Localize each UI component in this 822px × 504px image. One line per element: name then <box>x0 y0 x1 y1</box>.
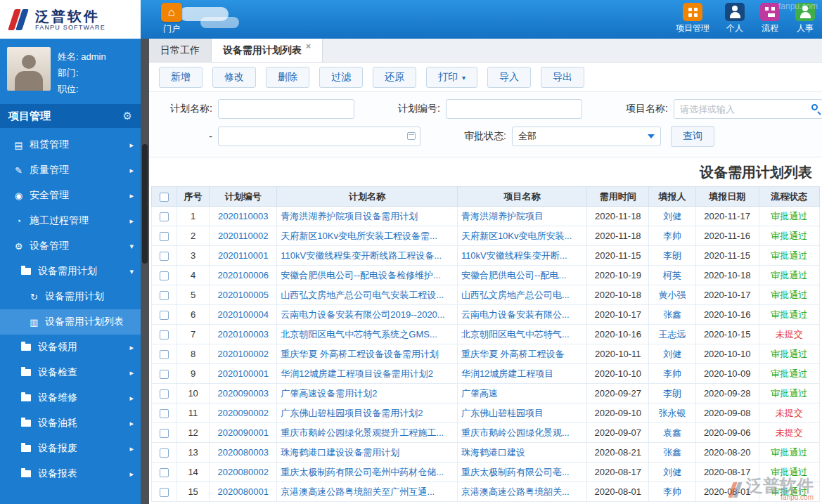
sidebar-item-安全管理[interactable]: ◉安全管理▸ <box>0 183 141 208</box>
query-button[interactable]: 查询 <box>671 126 714 147</box>
project-name-link[interactable]: 珠海鹤港口建设 <box>461 447 525 458</box>
row-checkbox[interactable] <box>160 330 169 340</box>
plan-name-link[interactable]: 重庆市鹅岭公园绿化景观提升工程施工... <box>281 427 444 438</box>
row-checkbox[interactable] <box>160 429 169 438</box>
plan-name-link[interactable]: 安徽合肥供电公司--配电设备检修维护... <box>281 270 441 280</box>
project-name-link[interactable]: 广东佛山碧桂园项目 <box>461 408 544 418</box>
reporter-link[interactable]: 刘健 <box>663 349 681 359</box>
reporter-link[interactable]: 李朗 <box>663 388 681 399</box>
project-name-input[interactable] <box>674 99 822 119</box>
project-name-link[interactable]: 青海洪湖养护院项目 <box>461 211 544 221</box>
sidebar-item-设备报废[interactable]: 设备报废▸ <box>0 436 141 461</box>
reporter-link[interactable]: 刘健 <box>663 467 681 477</box>
plan-no-link[interactable]: 2020100002 <box>218 349 269 359</box>
plan-no-link[interactable]: 2020090002 <box>218 408 269 418</box>
plan-no-link[interactable]: 2020100005 <box>218 290 269 300</box>
sidebar-item-租赁管理[interactable]: ▤租赁管理▸ <box>0 132 141 157</box>
approval-status-select[interactable]: 全部 <box>512 127 661 146</box>
project-name-link[interactable]: 重庆华夏 外高桥工程设备 <box>461 349 565 359</box>
header-nav-item[interactable]: 流程 <box>760 3 780 34</box>
project-name-link[interactable]: 天府新区10Kv变电所安装... <box>461 231 572 241</box>
还原-button[interactable]: 还原 <box>373 67 416 88</box>
reporter-link[interactable]: 张鑫 <box>663 447 681 458</box>
sidebar-item-设备领用[interactable]: 设备领用▸ <box>0 335 141 360</box>
reporter-link[interactable]: 柯英 <box>663 270 681 280</box>
plan-no-link[interactable]: 2020110002 <box>218 231 268 241</box>
column-header-流程状态[interactable]: 流程状态 <box>759 187 819 207</box>
row-checkbox[interactable] <box>160 212 169 221</box>
plan-name-link[interactable]: 110kV安徽线程集变开断线路工程设备... <box>281 250 442 261</box>
plan-no-link[interactable]: 2020100006 <box>218 270 269 280</box>
row-checkbox[interactable] <box>160 448 169 458</box>
sidebar-item-设备报表[interactable]: 设备报表▸ <box>0 461 141 486</box>
plan-no-link[interactable]: 2020100001 <box>218 368 269 379</box>
column-header-序号[interactable]: 序号 <box>177 187 210 207</box>
row-checkbox[interactable] <box>160 350 169 359</box>
reporter-link[interactable]: 李帅 <box>663 368 681 379</box>
reporter-link[interactable]: 李帅 <box>663 231 681 241</box>
sidebar-item-设备维修[interactable]: 设备维修▸ <box>0 385 141 411</box>
gear-icon[interactable]: ⚙ <box>123 110 132 122</box>
project-name-link[interactable]: 北京朝阳区电气中芯特气... <box>461 329 570 340</box>
sidebar-item-质量管理[interactable]: ✎质量管理▸ <box>0 157 141 183</box>
plan-name-link[interactable]: 重庆华夏 外高桥工程设备设备需用计划 <box>281 349 439 359</box>
plan-no-link[interactable]: 2020090003 <box>218 388 269 399</box>
row-checkbox[interactable] <box>160 271 169 280</box>
column-header-填报日期[interactable]: 填报日期 <box>695 187 759 207</box>
row-checkbox[interactable] <box>160 488 169 497</box>
修改-button[interactable]: 修改 <box>212 67 256 88</box>
row-checkbox[interactable] <box>160 232 169 241</box>
project-name-link[interactable]: 山西弘文房地产总公司电... <box>461 290 570 300</box>
plan-name-link[interactable]: 广东佛山碧桂园项目设备需用计划2 <box>281 408 423 418</box>
plan-no-link[interactable]: 2020080001 <box>218 486 269 497</box>
close-icon[interactable] <box>306 41 311 51</box>
plan-no-link[interactable]: 2020110003 <box>218 211 268 221</box>
sidebar-item-施工过程管理[interactable]: ◔施工过程管理▸ <box>0 208 141 233</box>
sidebar-item-设备油耗[interactable]: 设备油耗▸ <box>0 411 141 436</box>
row-checkbox[interactable] <box>160 252 169 261</box>
scrollbar-thumb[interactable] <box>142 144 148 264</box>
project-name-link[interactable]: 重庆市鹅岭公园绿化景观... <box>461 427 570 438</box>
导入-button[interactable]: 导入 <box>487 67 531 88</box>
project-name-link[interactable]: 华润12城房建工程项目 <box>461 368 553 379</box>
row-checkbox[interactable] <box>160 291 169 300</box>
column-header-填报人[interactable]: 填报人 <box>649 187 695 207</box>
row-checkbox[interactable] <box>160 370 169 379</box>
导出-button[interactable]: 导出 <box>541 67 584 88</box>
sidebar-item-设备检查[interactable]: 设备检查▸ <box>0 360 141 385</box>
project-name-link[interactable]: 广肇高速 <box>461 388 498 399</box>
row-checkbox[interactable] <box>160 468 169 477</box>
plan-no-link[interactable]: 2020080002 <box>218 467 269 477</box>
plan-name-link[interactable]: 重庆太极制药有限公司亳州中药材仓储... <box>281 467 444 477</box>
tab-日常工作[interactable]: 日常工作 <box>149 39 212 62</box>
reporter-link[interactable]: 刘健 <box>663 211 681 221</box>
打印-button[interactable]: 打印▾ <box>426 67 477 88</box>
header-nav-item[interactable]: 个人 <box>725 3 745 34</box>
plan-name-link[interactable]: 广肇高速设备需用计划2 <box>281 388 377 399</box>
reporter-link[interactable]: 张鑫 <box>663 309 681 320</box>
column-header-计划名称[interactable]: 计划名称 <box>277 187 458 207</box>
plan-name-link[interactable]: 珠海鹤港口建设设备需用计划 <box>281 447 399 458</box>
plan-no-link[interactable]: 2020100004 <box>218 309 269 320</box>
header-nav-item[interactable]: 项目管理 <box>676 3 709 34</box>
select-all-checkbox[interactable] <box>160 193 169 202</box>
plan-name-link[interactable]: 云南电力设备安装有限公司2019--2020... <box>281 309 444 320</box>
project-name-link[interactable]: 重庆太极制药有限公司亳... <box>461 467 570 477</box>
sidebar-item-设备需用计划[interactable]: 设备需用计划▾ <box>0 259 141 284</box>
sidebar-item-设备需用计划[interactable]: ↻设备需用计划 <box>0 284 141 309</box>
date-input[interactable] <box>218 127 420 146</box>
plan-name-link[interactable]: 京港澳高速公路粤境韶关至广州互通... <box>281 486 435 497</box>
plan-no-input[interactable] <box>446 99 582 119</box>
reporter-link[interactable]: 李朗 <box>663 250 681 261</box>
sidebar-item-设备管理[interactable]: ⚙设备管理▾ <box>0 233 141 259</box>
row-checkbox[interactable] <box>160 311 169 320</box>
search-icon[interactable] <box>811 104 818 110</box>
plan-name-link[interactable]: 华润12城房建工程项目设备需用计划2 <box>281 368 433 379</box>
reporter-link[interactable]: 黄小强 <box>658 290 686 300</box>
project-name-link[interactable]: 京港澳高速公路粤境韶关... <box>461 486 570 497</box>
reporter-link[interactable]: 李帅 <box>663 486 681 497</box>
plan-name-link[interactable]: 天府新区10Kv变电所安装工程设备需... <box>281 231 437 241</box>
新增-button[interactable]: 新增 <box>159 67 203 88</box>
plan-name-input[interactable] <box>218 99 354 119</box>
row-checkbox[interactable] <box>160 409 169 418</box>
